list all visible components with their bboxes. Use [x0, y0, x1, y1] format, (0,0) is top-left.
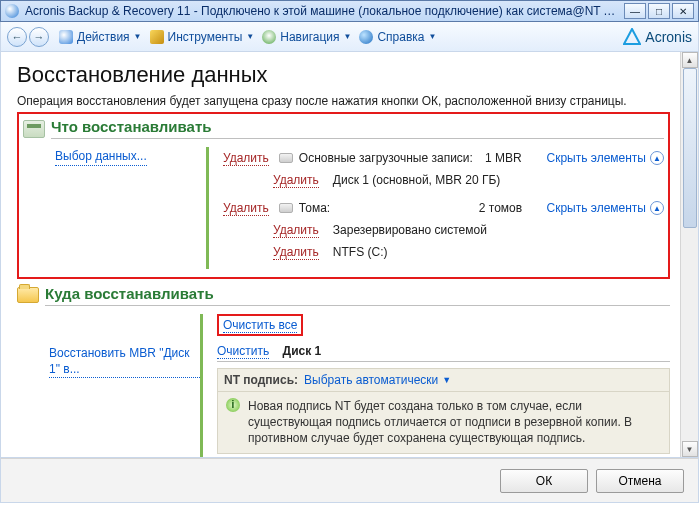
scroll-down-button[interactable]: ▼	[682, 441, 698, 457]
lightning-icon	[59, 30, 73, 44]
tools-icon	[150, 30, 164, 44]
close-button[interactable]: ✕	[672, 3, 694, 19]
brand-logo-icon	[623, 28, 641, 46]
highlight-clear-all: Очистить все	[217, 314, 303, 336]
toolbar-navigation-label: Навигация	[280, 30, 339, 44]
nt-signature-info-text: Новая подпись NT будет создана только в …	[248, 398, 661, 447]
chevron-down-icon: ▼	[246, 32, 254, 41]
volumes-label: Тома:	[299, 201, 479, 215]
nav-back-button[interactable]: ←	[7, 27, 27, 47]
disk-icon	[279, 203, 293, 213]
page-title: Восстановление данных	[17, 62, 670, 88]
brand: Acronis	[623, 28, 692, 46]
section-where-heading: Куда восстанавливать	[45, 285, 670, 306]
window-title: Acronis Backup & Recovery 11 - Подключен…	[25, 4, 622, 18]
delete-disk1[interactable]: Удалить	[273, 173, 319, 188]
help-icon	[359, 30, 373, 44]
select-data-link[interactable]: Выбор данных...	[55, 149, 147, 166]
hide-label: Скрыть элементы	[546, 151, 646, 165]
footer: ОК Отмена	[0, 458, 699, 503]
brand-label: Acronis	[645, 29, 692, 45]
mbr-label: Основные загрузочные записи:	[299, 151, 473, 165]
disk1-label: Диск 1 (основной, MBR 20 ГБ)	[333, 173, 501, 187]
toolbar-actions-label: Действия	[77, 30, 130, 44]
target-disk1-label: Диск 1	[283, 344, 322, 358]
delete-volumes-group[interactable]: Удалить	[223, 201, 269, 216]
nt-signature-bar: NT подпись: Выбрать автоматически ▼	[217, 368, 670, 392]
hide-mbr-items[interactable]: Скрыть элементы ▲	[546, 151, 664, 165]
volumes-value: 2 томов	[479, 201, 522, 215]
cancel-button[interactable]: Отмена	[596, 469, 684, 493]
content-area: Восстановление данных Операция восстанов…	[0, 52, 699, 458]
toolbar-help[interactable]: Справка ▼	[359, 30, 436, 44]
section-what-heading: Что восстанавливать	[51, 118, 664, 139]
nt-signature-info: i Новая подпись NT будет создана только …	[217, 392, 670, 454]
clear-all-link[interactable]: Очистить все	[223, 318, 297, 333]
folder-icon	[17, 287, 39, 303]
vertical-scrollbar[interactable]: ▲ ▼	[680, 52, 698, 457]
chevron-up-icon: ▲	[650, 151, 664, 165]
toolbar-actions[interactable]: Действия ▼	[59, 30, 142, 44]
disk-icon	[279, 153, 293, 163]
scroll-thumb[interactable]	[683, 68, 697, 228]
delete-ntfs-c[interactable]: Удалить	[273, 245, 319, 260]
hide-volume-items[interactable]: Скрыть элементы ▲	[546, 201, 664, 215]
scroll-track[interactable]	[682, 68, 698, 441]
titlebar: Acronis Backup & Recovery 11 - Подключен…	[0, 0, 699, 22]
chevron-down-icon: ▼	[134, 32, 142, 41]
chevron-down-icon: ▼	[429, 32, 437, 41]
scroll-up-button[interactable]: ▲	[682, 52, 698, 68]
hide-label: Скрыть элементы	[546, 201, 646, 215]
clear-disk1-link[interactable]: Очистить	[217, 344, 269, 359]
nt-signature-dropdown[interactable]: Выбрать автоматически ▼	[304, 373, 451, 387]
chevron-down-icon: ▼	[442, 375, 451, 385]
toolbar: ← → Действия ▼ Инструменты ▼ Навигация ▼…	[0, 22, 699, 52]
nt-signature-label: NT подпись:	[224, 373, 298, 387]
nt-signature-value: Выбрать автоматически	[304, 373, 438, 387]
restore-mbr-link[interactable]: Восстановить MBR "Диск 1" в...	[49, 346, 200, 378]
delete-system-reserved[interactable]: Удалить	[273, 223, 319, 238]
chevron-up-icon: ▲	[650, 201, 664, 215]
nav-forward-button[interactable]: →	[29, 27, 49, 47]
toolbar-tools-label: Инструменты	[168, 30, 243, 44]
system-reserved-label: Зарезервировано системой	[333, 223, 487, 237]
toolbar-navigation[interactable]: Навигация ▼	[262, 30, 351, 44]
page-description: Операция восстановления будет запущена с…	[17, 94, 670, 108]
drive-icon	[23, 120, 45, 138]
mbr-value: 1 MBR	[485, 151, 522, 165]
minimize-button[interactable]: —	[624, 3, 646, 19]
delete-mbr-group[interactable]: Удалить	[223, 151, 269, 166]
highlight-what-to-restore: Что восстанавливать Выбор данных... Удал…	[17, 112, 670, 279]
app-icon	[5, 4, 19, 18]
chevron-down-icon: ▼	[344, 32, 352, 41]
maximize-button[interactable]: □	[648, 3, 670, 19]
globe-icon	[262, 30, 276, 44]
toolbar-tools[interactable]: Инструменты ▼	[150, 30, 255, 44]
info-icon: i	[226, 398, 240, 412]
ok-button[interactable]: ОК	[500, 469, 588, 493]
ntfs-c-label: NTFS (C:)	[333, 245, 388, 259]
toolbar-help-label: Справка	[377, 30, 424, 44]
